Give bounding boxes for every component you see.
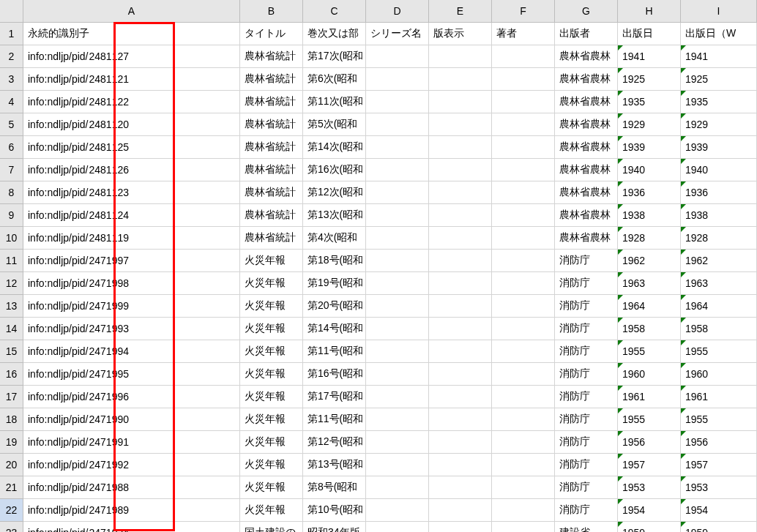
cell-G20[interactable]: 消防庁 xyxy=(555,454,618,476)
cell-D8[interactable] xyxy=(366,181,429,204)
cell-F12[interactable] xyxy=(492,272,555,295)
cell-F6[interactable] xyxy=(492,136,555,159)
cell-B22[interactable]: 火災年報 xyxy=(240,499,303,522)
cell-F3[interactable] xyxy=(492,68,555,91)
cell-B18[interactable]: 火災年報 xyxy=(240,408,303,431)
cell-F4[interactable] xyxy=(492,91,555,113)
cell-A2[interactable]: info:ndljp/pid/2481127 xyxy=(23,45,240,68)
cell-D12[interactable] xyxy=(366,272,429,295)
cell-G7[interactable]: 農林省農林 xyxy=(555,159,618,181)
cell-H16[interactable]: 1960 xyxy=(618,363,681,386)
cell-F7[interactable] xyxy=(492,159,555,181)
cell-F1[interactable]: 著者 xyxy=(492,23,555,45)
cell-C20[interactable]: 第13号(昭和 xyxy=(303,454,366,476)
cell-G3[interactable]: 農林省農林 xyxy=(555,68,618,91)
cell-H23[interactable]: 1959 xyxy=(618,522,681,532)
cell-A1[interactable]: 永続的識別子 xyxy=(23,23,240,45)
cell-H22[interactable]: 1954 xyxy=(618,499,681,522)
cell-A17[interactable]: info:ndljp/pid/2471996 xyxy=(23,386,240,408)
cell-B1[interactable]: タイトル xyxy=(240,23,303,45)
cell-C19[interactable]: 第12号(昭和 xyxy=(303,431,366,454)
cell-E6[interactable] xyxy=(429,136,492,159)
cell-G21[interactable]: 消防庁 xyxy=(555,476,618,499)
cell-B21[interactable]: 火災年報 xyxy=(240,476,303,499)
cell-E17[interactable] xyxy=(429,386,492,408)
cell-F17[interactable] xyxy=(492,386,555,408)
cell-D21[interactable] xyxy=(366,476,429,499)
cell-C21[interactable]: 第8号(昭和 xyxy=(303,476,366,499)
cell-E9[interactable] xyxy=(429,204,492,227)
column-header-F[interactable]: F xyxy=(492,0,555,23)
cell-C14[interactable]: 第14号(昭和 xyxy=(303,318,366,340)
cell-H3[interactable]: 1925 xyxy=(618,68,681,91)
cell-G6[interactable]: 農林省農林 xyxy=(555,136,618,159)
cell-D5[interactable] xyxy=(366,113,429,136)
cell-F10[interactable] xyxy=(492,227,555,250)
cell-B10[interactable]: 農林省統計 xyxy=(240,227,303,250)
cell-B13[interactable]: 火災年報 xyxy=(240,295,303,318)
cell-F14[interactable] xyxy=(492,318,555,340)
cell-H5[interactable]: 1929 xyxy=(618,113,681,136)
cell-F23[interactable] xyxy=(492,522,555,532)
cell-A13[interactable]: info:ndljp/pid/2471999 xyxy=(23,295,240,318)
row-header-5[interactable]: 5 xyxy=(0,113,23,136)
row-header-19[interactable]: 19 xyxy=(0,431,23,454)
cell-H11[interactable]: 1962 xyxy=(618,250,681,272)
cell-A22[interactable]: info:ndljp/pid/2471989 xyxy=(23,499,240,522)
cell-C4[interactable]: 第11次(昭和 xyxy=(303,91,366,113)
cell-E5[interactable] xyxy=(429,113,492,136)
cell-G4[interactable]: 農林省農林 xyxy=(555,91,618,113)
cell-D22[interactable] xyxy=(366,499,429,522)
cell-A5[interactable]: info:ndljp/pid/2481120 xyxy=(23,113,240,136)
cell-C8[interactable]: 第12次(昭和 xyxy=(303,181,366,204)
cell-C23[interactable]: 昭和34年版 xyxy=(303,522,366,532)
cell-F2[interactable] xyxy=(492,45,555,68)
cell-B20[interactable]: 火災年報 xyxy=(240,454,303,476)
cell-C16[interactable]: 第16号(昭和 xyxy=(303,363,366,386)
spreadsheet-grid[interactable]: ABCDEFGHI1永続的識別子タイトル巻次又は部シリーズ名版表示著者出版者出版… xyxy=(0,0,757,532)
cell-D18[interactable] xyxy=(366,408,429,431)
cell-I10[interactable]: 1928 xyxy=(681,227,757,250)
cell-C17[interactable]: 第17号(昭和 xyxy=(303,386,366,408)
cell-F5[interactable] xyxy=(492,113,555,136)
cell-I4[interactable]: 1935 xyxy=(681,91,757,113)
cell-I20[interactable]: 1957 xyxy=(681,454,757,476)
row-header-3[interactable]: 3 xyxy=(0,68,23,91)
cell-E4[interactable] xyxy=(429,91,492,113)
cell-F11[interactable] xyxy=(492,250,555,272)
column-header-D[interactable]: D xyxy=(366,0,429,23)
cell-E12[interactable] xyxy=(429,272,492,295)
cell-B5[interactable]: 農林省統計 xyxy=(240,113,303,136)
cell-C10[interactable]: 第4次(昭和 xyxy=(303,227,366,250)
column-header-G[interactable]: G xyxy=(555,0,618,23)
cell-G23[interactable]: 建設省 xyxy=(555,522,618,532)
cell-A10[interactable]: info:ndljp/pid/2481119 xyxy=(23,227,240,250)
column-header-B[interactable]: B xyxy=(240,0,303,23)
cell-B17[interactable]: 火災年報 xyxy=(240,386,303,408)
row-header-15[interactable]: 15 xyxy=(0,340,23,363)
cell-A8[interactable]: info:ndljp/pid/2481123 xyxy=(23,181,240,204)
cell-H17[interactable]: 1961 xyxy=(618,386,681,408)
cell-D13[interactable] xyxy=(366,295,429,318)
cell-I17[interactable]: 1961 xyxy=(681,386,757,408)
row-header-16[interactable]: 16 xyxy=(0,363,23,386)
column-header-C[interactable]: C xyxy=(303,0,366,23)
row-header-6[interactable]: 6 xyxy=(0,136,23,159)
cell-C3[interactable]: 第6次(昭和 xyxy=(303,68,366,91)
cell-A16[interactable]: info:ndljp/pid/2471995 xyxy=(23,363,240,386)
cell-E13[interactable] xyxy=(429,295,492,318)
row-header-9[interactable]: 9 xyxy=(0,204,23,227)
cell-F15[interactable] xyxy=(492,340,555,363)
cell-I14[interactable]: 1958 xyxy=(681,318,757,340)
cell-D1[interactable]: シリーズ名 xyxy=(366,23,429,45)
cell-H1[interactable]: 出版日 xyxy=(618,23,681,45)
cell-H14[interactable]: 1958 xyxy=(618,318,681,340)
cell-B14[interactable]: 火災年報 xyxy=(240,318,303,340)
cell-B19[interactable]: 火災年報 xyxy=(240,431,303,454)
cell-I18[interactable]: 1955 xyxy=(681,408,757,431)
cell-H2[interactable]: 1941 xyxy=(618,45,681,68)
cell-I12[interactable]: 1963 xyxy=(681,272,757,295)
cell-D2[interactable] xyxy=(366,45,429,68)
cell-E15[interactable] xyxy=(429,340,492,363)
cell-I19[interactable]: 1956 xyxy=(681,431,757,454)
